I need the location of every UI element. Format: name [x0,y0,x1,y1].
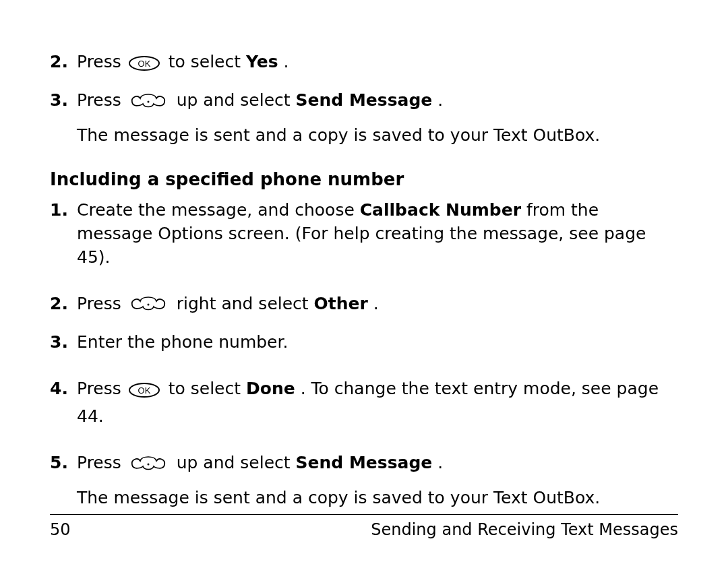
step-number: 1. [50,198,77,269]
step-text: up and select [177,453,296,472]
step-body: Press OK to select Yes . [77,50,678,77]
step-text: right and select [177,294,314,313]
step-text-bold: Done [246,379,295,398]
step-text-bold: Yes [246,52,278,71]
step-body: Press right and select Other . [77,292,678,319]
step-text: Press [77,294,127,313]
list-item: 4. Press OK to select Done . To change t… [50,377,678,428]
step-text-bold: Callback Number [360,200,521,220]
step-number: 2. [50,50,77,77]
step-body: Press up and select Send Message . The m… [77,451,678,509]
step-text: Enter the phone number. [77,332,288,352]
svg-point-6 [147,463,149,465]
step-text: Create the message, and choose [77,200,360,220]
ok-button-icon: OK [128,54,160,77]
ok-button-icon: OK [128,381,160,404]
step-result: The message is sent and a copy is saved … [77,486,678,509]
step-body: Press up and select Send Message . The m… [77,88,678,146]
svg-point-2 [147,100,149,102]
step-text: . To change the text entry mode, see pag… [77,379,659,426]
step-text: . [437,90,443,110]
step-text-bold: Send Message [296,90,433,110]
step-text: . [373,294,379,313]
step-text: Press [77,453,127,472]
step-result: The message is sent and a copy is saved … [77,123,678,147]
list-item: 2. Press right and select Other . [50,292,678,319]
list-item: 5. Press up and select Send Message . Th… [50,451,678,509]
nav-key-icon [128,453,169,479]
step-number: 3. [50,330,77,354]
svg-text:OK: OK [138,385,150,396]
step-number: 4. [50,377,77,428]
step-text: . [284,52,289,71]
step-body: Create the message, and choose Callback … [77,198,678,269]
section-heading: Including a specified phone number [50,167,678,191]
step-text-bold: Other [314,294,368,313]
step-text: Press [77,379,127,398]
nav-key-icon [128,90,169,117]
page-content: 2. Press OK to select Yes . 3. [50,50,678,509]
nav-key-icon [128,293,169,319]
manual-page: 2. Press OK to select Yes . 3. [0,0,728,562]
step-text: up and select [177,90,296,110]
step-text: Press [77,52,127,71]
page-footer: 50 Sending and Receiving Text Messages [50,514,678,539]
step-number: 2. [50,292,77,319]
step-number: 5. [50,451,77,509]
page-number: 50 [50,520,71,539]
steps-list-a: 2. Press OK to select Yes . 3. [50,50,678,147]
step-text: to select [169,52,246,71]
steps-list-b: 1. Create the message, and choose Callba… [50,198,678,509]
step-body: Enter the phone number. [77,330,678,354]
list-item: 3. Press up and select Send Message . Th… [50,88,678,146]
svg-text:OK: OK [138,59,150,69]
step-number: 3. [50,88,77,146]
step-text: Press [77,90,127,110]
svg-point-3 [147,304,149,306]
step-text: to select [169,379,246,398]
list-item: 1. Create the message, and choose Callba… [50,198,678,269]
footer-section-title: Sending and Receiving Text Messages [371,520,678,539]
list-item: 3. Enter the phone number. [50,330,678,354]
step-text: . [437,453,443,472]
step-text-bold: Send Message [296,453,433,472]
list-item: 2. Press OK to select Yes . [50,50,678,77]
step-body: Press OK to select Done . To change the … [77,377,678,428]
